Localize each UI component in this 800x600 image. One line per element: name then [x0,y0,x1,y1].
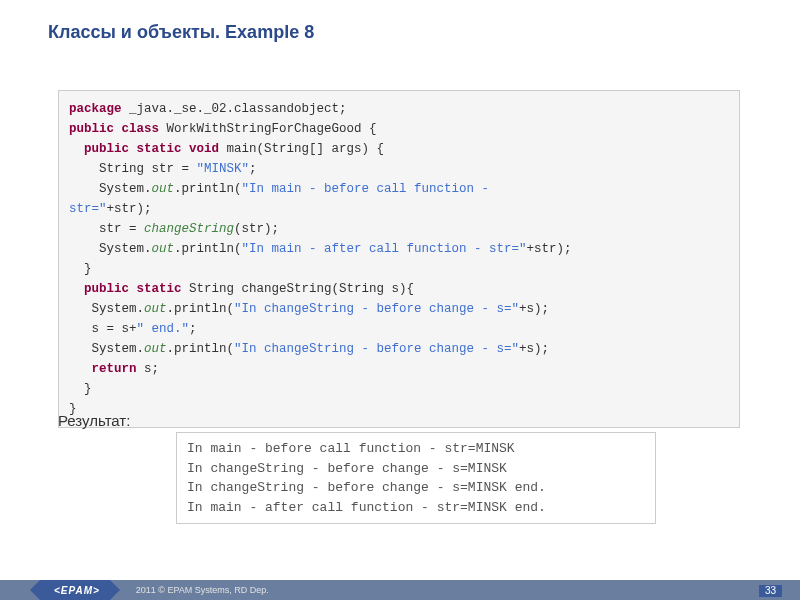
code-text: s; [137,362,160,376]
string-literal: "In changeString - before change - s=" [234,342,519,356]
code-text: .println( [174,182,242,196]
code-text: System. [69,242,152,256]
footer: <EPAM> 2011 © EPAM Systems, RD Dep. 33 [0,580,800,600]
string-literal: " end." [137,322,190,336]
code-text: s = s+ [69,322,137,336]
code-text: String changeString(String s){ [182,282,415,296]
code-text: +str); [107,202,152,216]
code-text: str = [69,222,144,236]
string-literal: "MINSK" [197,162,250,176]
code-text: +s); [519,342,549,356]
code-text: System. [69,342,144,356]
code-text: } [69,262,92,276]
field: out [144,342,167,356]
code-text: (str); [234,222,279,236]
method-call: changeString [144,222,234,236]
page-title: Классы и объекты. Example 8 [48,22,314,43]
result-label: Результат: [58,412,130,429]
field: out [152,242,175,256]
code-text: ; [189,322,197,336]
copyright-text: 2011 © EPAM Systems, RD Dep. [136,585,269,595]
code-text: String str = [69,162,197,176]
code-text: .println( [174,242,242,256]
field: out [144,302,167,316]
code-text: .println( [167,302,235,316]
string-literal: "In changeString - before change - s=" [234,302,519,316]
keyword: return [69,362,137,376]
field: out [152,182,175,196]
code-text: WorkWithStringForChageGood { [159,122,377,136]
string-literal: "In main - after call function - str=" [242,242,527,256]
code-text: +s); [519,302,549,316]
code-text: ; [249,162,257,176]
code-text: _java._se._02.classandobject; [122,102,347,116]
output-block: In main - before call function - str=MIN… [176,432,656,524]
keyword: public static void [69,142,219,156]
keyword: public static [69,282,182,296]
code-text: +str); [527,242,572,256]
code-block: package _java._se._02.classandobject; pu… [58,90,740,428]
code-text: .println( [167,342,235,356]
code-text: System. [69,302,144,316]
code-text: } [69,382,92,396]
slide: Классы и объекты. Example 8 package _jav… [0,0,800,600]
code-text: main(String[] args) { [219,142,384,156]
keyword: package [69,102,122,116]
code-text: System. [69,182,152,196]
brand-logo: <EPAM> [40,580,110,600]
keyword: public class [69,122,159,136]
page-number: 33 [759,585,782,597]
